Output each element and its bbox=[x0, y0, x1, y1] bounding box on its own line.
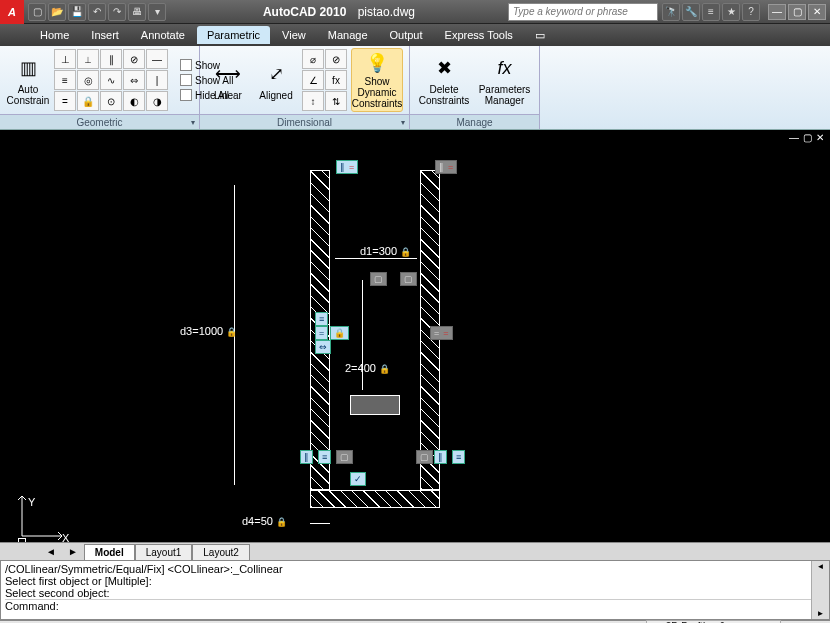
viewport-minimize-icon[interactable]: — bbox=[789, 132, 799, 143]
hatch-bottom-slab[interactable] bbox=[310, 490, 440, 508]
constraint-fix-badge[interactable]: 🔒 bbox=[330, 326, 349, 340]
c14-icon[interactable]: ◐ bbox=[123, 91, 145, 111]
qat-save-icon[interactable]: 💾 bbox=[68, 3, 86, 21]
constraint-badge-gray[interactable]: ▢ bbox=[400, 272, 417, 286]
layout-tab-layout1[interactable]: Layout1 bbox=[135, 544, 193, 560]
minimize-button[interactable]: — bbox=[768, 4, 786, 20]
constraint-collinear-badge[interactable]: ≡ bbox=[318, 450, 331, 464]
constraint-collinear-badge[interactable]: ≡ bbox=[452, 450, 465, 464]
tab-insert[interactable]: Insert bbox=[81, 26, 129, 44]
tab-output[interactable]: Output bbox=[380, 26, 433, 44]
axis-y-label: Y bbox=[28, 496, 35, 508]
linear-button[interactable]: ⟷ Linear bbox=[206, 48, 250, 112]
constraint-equal-badge[interactable]: = bbox=[430, 326, 453, 340]
infocenter-star-icon[interactable]: ★ bbox=[722, 3, 740, 21]
dim-5-icon[interactable]: ↕ bbox=[302, 91, 324, 111]
constraint-parallel-badge[interactable]: ∥ bbox=[435, 160, 457, 174]
layout-next-icon[interactable]: ► bbox=[62, 546, 84, 557]
viewport-controls: — ▢ ✕ bbox=[789, 132, 824, 143]
infocenter-binoculars-icon[interactable]: 🔭 bbox=[662, 3, 680, 21]
layout-prev-icon[interactable]: ◄ bbox=[40, 546, 62, 557]
qat-undo-icon[interactable]: ↶ bbox=[88, 3, 106, 21]
equal-icon[interactable]: = bbox=[54, 91, 76, 111]
delete-constraints-button[interactable]: ✖ Delete Constraints bbox=[416, 48, 472, 112]
dim-diameter-icon[interactable]: ⊘ bbox=[325, 49, 347, 69]
dim-angular-icon[interactable]: ∠ bbox=[302, 70, 324, 90]
tab-view[interactable]: View bbox=[272, 26, 316, 44]
dim-6-icon[interactable]: ⇅ bbox=[325, 91, 347, 111]
parameters-manager-button[interactable]: fx Parameters Manager bbox=[476, 48, 533, 112]
collinear-icon[interactable]: ≡ bbox=[54, 70, 76, 90]
dim-d3[interactable]: d3=1000🔒 bbox=[180, 325, 237, 337]
dim-d2[interactable]: 2=400🔒 bbox=[345, 362, 390, 374]
constraint-equal-badge[interactable]: = bbox=[315, 326, 328, 340]
constraint-collinear-badge[interactable]: ≡ bbox=[315, 312, 328, 326]
command-prompt[interactable]: Command: bbox=[5, 599, 825, 612]
search-input[interactable] bbox=[508, 3, 658, 21]
perpendicular-icon[interactable]: ⟂ bbox=[77, 49, 99, 69]
layout-tab-layout2[interactable]: Layout2 bbox=[192, 544, 250, 560]
dim-line-d1 bbox=[335, 258, 417, 259]
tab-parametric[interactable]: Parametric bbox=[197, 26, 270, 44]
viewport-maximize-icon[interactable]: ▢ bbox=[803, 132, 812, 143]
constraint-parallel-badge[interactable]: ∥ bbox=[300, 450, 313, 464]
constraint-parallel-badge[interactable]: ∥ bbox=[336, 160, 358, 174]
qat-open-icon[interactable]: 📂 bbox=[48, 3, 66, 21]
coincident-icon[interactable]: ⊥ bbox=[54, 49, 76, 69]
viewport-close-icon[interactable]: ✕ bbox=[816, 132, 824, 143]
c13-icon[interactable]: ⊙ bbox=[100, 91, 122, 111]
symmetric-icon[interactable]: ⇔ bbox=[123, 70, 145, 90]
drawing-area[interactable]: — ▢ ✕ d3=1000🔒 d1=300🔒 2=400🔒 d4=50🔒 ∥ ∥… bbox=[0, 130, 830, 560]
tab-extra-icon[interactable]: ▭ bbox=[525, 26, 555, 45]
lock-icon: 🔒 bbox=[226, 327, 237, 337]
dim-radius-icon[interactable]: ⌀ bbox=[302, 49, 324, 69]
qat-redo-icon[interactable]: ↷ bbox=[108, 3, 126, 21]
tab-annotate[interactable]: Annotate bbox=[131, 26, 195, 44]
qat-new-icon[interactable]: ▢ bbox=[28, 3, 46, 21]
auto-constrain-button[interactable]: ▥ Auto Constrain bbox=[6, 48, 50, 112]
parallel-icon[interactable]: ∥ bbox=[100, 49, 122, 69]
close-button[interactable]: ✕ bbox=[808, 4, 826, 20]
infocenter-key-icon[interactable]: 🔧 bbox=[682, 3, 700, 21]
panel-geometric-title[interactable]: Geometric▾ bbox=[0, 114, 199, 129]
bulb-icon: 💡 bbox=[363, 51, 391, 74]
constraint-badge-gray[interactable]: ▢ bbox=[416, 450, 433, 464]
infocenter-comm-icon[interactable]: ≡ bbox=[702, 3, 720, 21]
show-dynamic-constraints-button[interactable]: 💡 Show Dynamic Constraints bbox=[351, 48, 403, 112]
dim-d1[interactable]: d1=300🔒 bbox=[360, 245, 411, 257]
smooth-icon[interactable]: ∿ bbox=[100, 70, 122, 90]
scroll-right-icon[interactable]: ► bbox=[816, 608, 826, 619]
constraint-parallel-badge[interactable]: ∥ bbox=[434, 450, 447, 464]
dim-convert-icon[interactable]: fx bbox=[325, 70, 347, 90]
scroll-left-icon[interactable]: ◄ bbox=[816, 561, 826, 572]
vertical-icon[interactable]: | bbox=[146, 70, 168, 90]
dim-grid: ⌀ ⊘ ∠ fx ↕ ⇅ bbox=[302, 49, 347, 111]
concentric-icon[interactable]: ◎ bbox=[77, 70, 99, 90]
aligned-button[interactable]: ⤢ Aligned bbox=[254, 48, 298, 112]
constraint-badge-gray[interactable]: ▢ bbox=[370, 272, 387, 286]
tab-manage[interactable]: Manage bbox=[318, 26, 378, 44]
constraint-symmetric-badge[interactable]: ⇔ bbox=[315, 340, 331, 354]
tab-express-tools[interactable]: Express Tools bbox=[435, 26, 523, 44]
horizontal-icon[interactable]: — bbox=[146, 49, 168, 69]
command-scrollbar[interactable]: ◄ ► bbox=[811, 561, 829, 619]
qat-dropdown-icon[interactable]: ▾ bbox=[148, 3, 166, 21]
maximize-button[interactable]: ▢ bbox=[788, 4, 806, 20]
layout-tabs: ◄ ► Model Layout1 Layout2 bbox=[0, 542, 830, 560]
command-window[interactable]: /COLlinear/Symmetric/Equal/Fix] <COLline… bbox=[0, 560, 830, 620]
app-logo[interactable]: A bbox=[0, 0, 24, 24]
dim-d4[interactable]: d4=50🔒 bbox=[242, 515, 287, 527]
constraint-badge-gray[interactable]: ▢ bbox=[336, 450, 353, 464]
tangent-icon[interactable]: ⊘ bbox=[123, 49, 145, 69]
fix-icon[interactable]: 🔒 bbox=[77, 91, 99, 111]
qat-print-icon[interactable]: 🖶 bbox=[128, 3, 146, 21]
constraint-symmetric-badge[interactable]: ✓ bbox=[350, 472, 366, 486]
panel-dimensional-title[interactable]: Dimensional▾ bbox=[200, 114, 409, 129]
layout-tab-model[interactable]: Model bbox=[84, 544, 135, 560]
rect-center[interactable] bbox=[350, 395, 400, 415]
tab-home[interactable]: Home bbox=[30, 26, 79, 44]
c15-icon[interactable]: ◑ bbox=[146, 91, 168, 111]
infocenter-help-icon[interactable]: ? bbox=[742, 3, 760, 21]
title-bar: A ▢ 📂 💾 ↶ ↷ 🖶 ▾ AutoCAD 2010 pistao.dwg … bbox=[0, 0, 830, 24]
workspace-switcher[interactable]: ⚙ 2D Drafting & Annotation ▾ bbox=[646, 620, 781, 624]
